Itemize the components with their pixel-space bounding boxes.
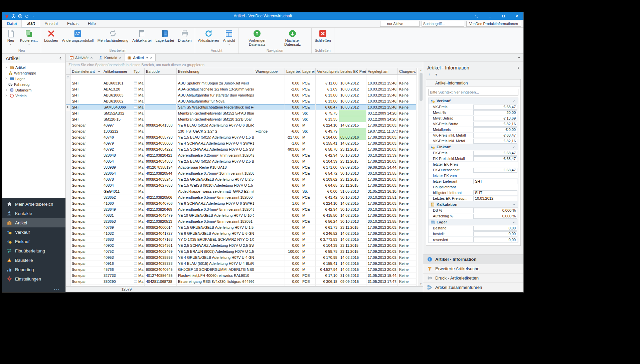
- table-row[interactable]: Sonepar40746Ma...9008024055793YE 1,5 BLA…: [66, 134, 417, 140]
- filter-cell-9[interactable]: [339, 75, 366, 80]
- filter-cell-7[interactable]: [301, 75, 316, 80]
- table-row[interactable]: SHTABA13.20Ma...ABA-Schlauchschelle 1/2 …: [66, 86, 417, 92]
- tree-item-fahrzeug[interactable]: Fahrzeug: [2, 81, 65, 87]
- column-header-barcode[interactable]: Barcode: [145, 68, 177, 75]
- sidebar-item-verkauf[interactable]: Verkauf: [2, 227, 65, 237]
- filter-cell-11[interactable]: [398, 75, 417, 80]
- tab-close-icon[interactable]: [90, 56, 93, 59]
- column-header-typ[interactable]: Typ: [132, 68, 145, 75]
- search-input[interactable]: [423, 22, 458, 26]
- panel-menu-icon[interactable]: ⋮: [427, 72, 431, 76]
- table-row[interactable]: SHTSM152AB32Ma...Membran-Sicherheitsvent…: [66, 110, 417, 116]
- tree-item-artikel[interactable]: Artikel: [2, 64, 65, 70]
- column-header-artikelnummer[interactable]: Artikelnummer: [102, 68, 132, 75]
- filter-cell-1[interactable]: [102, 75, 132, 80]
- table-row[interactable]: Sonepar41032Ma...9008024041727YE 6 GRUEN…: [66, 230, 417, 236]
- drucken-button[interactable]: Drucken: [176, 28, 194, 48]
- close-button[interactable]: [510, 12, 523, 20]
- vorheriger-datensatz-button[interactable]: Vorheriger Datensatz: [239, 28, 275, 48]
- product-info-button[interactable]: VenDoc Produktinformationen: [466, 21, 521, 27]
- column-header-letztes-ek-preisup[interactable]: Letztes EK-Preisup...: [339, 68, 366, 75]
- table-row[interactable]: Sonepar40916Ma...9008024038338YE 4 BLAU …: [66, 260, 417, 266]
- column-header-datenlieferant[interactable]: Datenlieferant: [70, 68, 102, 75]
- table-row[interactable]: Sonepar130S212Ma...130 T-STUECK 2 1/2" S…: [66, 128, 417, 134]
- erweiterte-artikelsuche-button[interactable]: Erweiterte Artikelsuche: [423, 264, 523, 274]
- tab-aktivitat[interactable]: Aktivität: [67, 54, 96, 61]
- column-header-warengruppe[interactable]: Warengruppe: [254, 68, 285, 75]
- info-group-verkauf[interactable]: Verkauf: [429, 98, 518, 104]
- table-row[interactable]: Sonepar328648Ma...4021103820421Aderendhu…: [66, 152, 417, 158]
- column-header-verkaufspreis-n[interactable]: Verkaufspreis N...: [316, 68, 339, 75]
- table-row[interactable]: Sonepar45766Ma...9008024040645GHJOEF 10 …: [66, 266, 417, 272]
- table-row[interactable]: SoneparGEG4011Ma...Abdeckkappe -weiss se…: [66, 188, 417, 194]
- sidebar-item-fibuuberleitung[interactable]: Fibuüberleitung: [2, 246, 65, 255]
- sidebar-item-reporting[interactable]: Reporting: [2, 265, 65, 274]
- artikelkartei-button[interactable]: Artikelkartei: [130, 28, 153, 48]
- sidebar-item-mein-arbeitsbereich[interactable]: Mein Arbeitsbereich: [2, 199, 65, 209]
- neu-button[interactable]: Neu: [3, 28, 18, 48]
- filter-cell-2[interactable]: [132, 75, 145, 80]
- filter-cell-6[interactable]: [285, 75, 301, 80]
- table-row[interactable]: Sonepar327733Ma...4012740856485Flachwink…: [66, 272, 417, 279]
- info-group-lager[interactable]: Lager: [429, 219, 518, 225]
- table-row[interactable]: Sonepar330290Ma...4042811068738Binaerein…: [66, 279, 417, 285]
- table-row[interactable]: Sonepar328652Ma...4021103820506Aderendhu…: [66, 194, 417, 200]
- filter-cell-10[interactable]: [366, 75, 398, 80]
- menu-tab-start[interactable]: Start: [21, 20, 40, 27]
- collapse-sidebar-icon[interactable]: [58, 56, 63, 60]
- panel-dropdown-icon[interactable]: ▾: [435, 72, 437, 76]
- column-header-lagerein[interactable]: Lagerein...: [301, 68, 316, 75]
- artikel-information-button[interactable]: Artikel - Information: [423, 255, 523, 264]
- tab-close-icon[interactable]: [150, 56, 153, 59]
- table-row[interactable]: Sonepar41060Ma...9008024040706YE 6 SCHWA…: [66, 200, 417, 206]
- sidebar-item-artikel[interactable]: Artikel: [2, 218, 65, 227]
- active-filter-dropdown[interactable]: nur Aktive: [380, 21, 420, 27]
- filter-cell-3[interactable]: [145, 75, 177, 80]
- table-row[interactable]: Sonepar333989Ma...4012078358194Adapterpa…: [66, 164, 417, 170]
- table-row[interactable]: SHTABU610002Ma...ABU Ablaufarmatur für N…: [66, 98, 417, 104]
- table-row[interactable]: Sonepar40902Ma...9008024034361YE 2,5 SCH…: [66, 242, 417, 248]
- search-icon[interactable]: [459, 22, 463, 26]
- nav-overflow-button[interactable]: ...: [2, 284, 65, 292]
- table-row[interactable]: SHTABU603101Ma...ABU Spülrohr mit Bogen …: [66, 80, 417, 86]
- filter-cell-5[interactable]: [254, 75, 285, 80]
- ansicht-button[interactable]: Ansicht: [221, 28, 237, 48]
- menu-tab-datei[interactable]: Datei: [2, 20, 21, 27]
- table-row[interactable]: Sonepar40769Ma...9008024000014YE 1,5 GRU…: [66, 224, 417, 230]
- table-row[interactable]: Sonepar40792Ma...9008024054222YE 1,5 SCH…: [66, 146, 417, 152]
- sidebar-item-kontakte[interactable]: Kontakte: [2, 209, 65, 218]
- table-row[interactable]: Sonepar40831Ma...9008024043479YE 10 GRUE…: [66, 212, 417, 218]
- table-row[interactable]: Sonepar40804Ma...9008024027653YE 1,5 WEI…: [66, 182, 417, 188]
- table-row[interactable]: Sonepar328649Ma...4021103820469Aderendhu…: [66, 206, 417, 212]
- table-row[interactable]: Sonepar40854Ma...9008024034583YE 2,5 BLA…: [66, 158, 417, 164]
- scroll-up-button[interactable]: ▲: [419, 68, 423, 72]
- column-header-lagerbe[interactable]: Lagerbe...: [285, 68, 301, 75]
- column-header-chargenv[interactable]: Chargenv...: [398, 68, 417, 75]
- table-row[interactable]: SHTABU610003Ma...ABU Ablaufgarnitur für …: [66, 92, 417, 98]
- tab-close-icon[interactable]: [119, 56, 122, 59]
- menu-tab-extras[interactable]: Extras: [62, 20, 83, 27]
- druck-artikeletiketten-button[interactable]: Druck - Artikeletiketten: [423, 274, 523, 283]
- scroll-down-button[interactable]: ▼: [419, 282, 423, 286]
- table-row[interactable]: Sonepar40752Ma...9008024002469YE 1,5 BRA…: [66, 248, 417, 254]
- aktualisieren-button[interactable]: Aktualisieren: [196, 28, 221, 48]
- table-row[interactable]: SHTSAM3648066Ma...Sam S5 Waschtischbatte…: [66, 104, 417, 110]
- info-group-einkauf[interactable]: Einkauf: [429, 144, 518, 150]
- tab-kontakt[interactable]: Kontakt: [96, 54, 125, 61]
- table-row[interactable]: Sonepar328653Ma...4021103820513Aderendhu…: [66, 218, 417, 224]
- info-section-header[interactable]: Artikel-Information: [426, 79, 520, 87]
- lagerkartei-button[interactable]: Lagerkartei: [154, 28, 176, 48]
- table-row[interactable]: SHTSM120-15Ma...Membran-Sicherheitsventi…: [66, 116, 417, 122]
- column-header-angelegt-am[interactable]: Angelegt am: [366, 68, 398, 75]
- tree-item-verleih[interactable]: Verleih: [2, 93, 65, 99]
- tree-item-warengruppe[interactable]: Warengruppe: [2, 70, 65, 76]
- info-search-input[interactable]: [430, 90, 517, 94]
- loschen-button[interactable]: Löschen: [42, 28, 60, 48]
- menu-tab-ansicht[interactable]: Ansicht: [40, 20, 62, 27]
- groupby-area[interactable]: Ziehen Sie eine Spaltenüberschrift in di…: [66, 61, 423, 68]
- maximize-button[interactable]: [497, 12, 510, 20]
- table-row[interactable]: Sonepar40979Ma...9008024038000YE 4 SCHWA…: [66, 140, 417, 146]
- mehrfachanderung-button[interactable]: Mehrfachänderung: [96, 28, 130, 48]
- artikel-zusammenfuhren-button[interactable]: Artikel zusammenführen: [423, 283, 523, 292]
- tab-list-chevron-icon[interactable]: [517, 55, 521, 59]
